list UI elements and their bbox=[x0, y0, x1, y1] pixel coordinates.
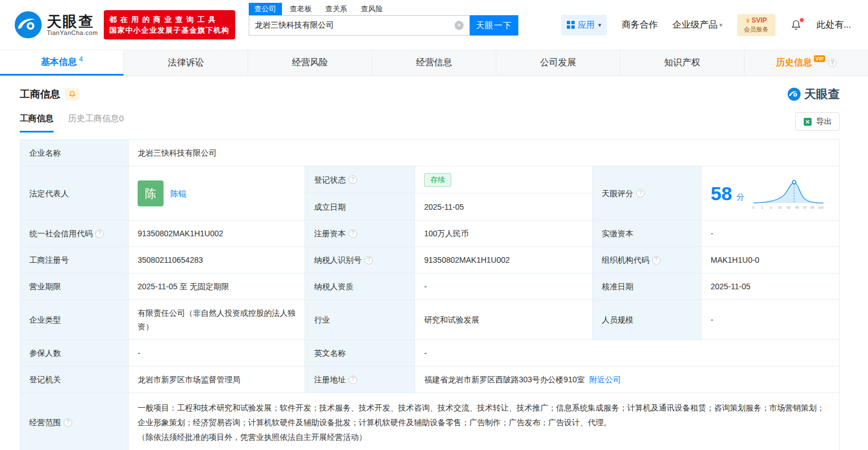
help-icon[interactable]: ? bbox=[636, 189, 645, 197]
subtab-history-business-info[interactable]: 历史工商信息0 bbox=[68, 113, 124, 133]
reg-capital-label: 注册资本 ? bbox=[305, 220, 415, 247]
company-type-value: 有限责任公司（非自然人投资或控股的法人独资） bbox=[129, 300, 305, 340]
legal-rep-link[interactable]: 陈锟 bbox=[170, 187, 186, 200]
chevron-down-icon: ▾ bbox=[598, 21, 602, 29]
help-icon[interactable]: ? bbox=[95, 230, 104, 238]
nearby-companies-link[interactable]: 附近公司 bbox=[589, 373, 621, 386]
promo-banner: 都在用的商业查询工具 国家中小企业发展子基金旗下机构 bbox=[104, 10, 235, 39]
business-scope-text: 一般项目：工程和技术研究和试验发展；软件开发；技术服务、技术开发、技术咨询、技术… bbox=[138, 400, 830, 430]
industry-value: 研究和试验发展 bbox=[415, 300, 593, 340]
tab-label: 历史信息 bbox=[776, 57, 812, 69]
svg-text:97: 97 bbox=[803, 206, 807, 209]
help-icon[interactable]: ? bbox=[349, 376, 357, 384]
brand-name: 天眼查 bbox=[47, 14, 98, 29]
apps-menu[interactable]: 应用 ▾ bbox=[561, 15, 607, 36]
notifications-bell[interactable] bbox=[790, 19, 802, 31]
score-unit: 分 bbox=[737, 190, 744, 204]
help-icon[interactable]: ? bbox=[364, 256, 373, 264]
search-button[interactable]: 天眼一下 bbox=[470, 15, 518, 36]
subtabs-row: 工商信息 历史工商信息0 导出 bbox=[20, 111, 840, 133]
table-row: 营业期限 2025-11-05 至 无固定期限 纳税人资质 - 核准日期 202… bbox=[20, 273, 840, 300]
tianyancha-logo[interactable]: 天眼查 TianYanCha.com bbox=[14, 11, 98, 39]
export-button[interactable]: 导出 bbox=[795, 112, 840, 131]
reg-number-value: 350802110654283 bbox=[129, 247, 305, 273]
search-input-value: 龙岩三快科技有限公司 bbox=[255, 20, 455, 30]
tab-label: 法律诉讼 bbox=[168, 57, 204, 69]
tab-label: 公司发展 bbox=[540, 57, 576, 69]
help-icon[interactable]: ? bbox=[652, 256, 660, 264]
status-badge: 存续 bbox=[424, 173, 451, 187]
tab-intellectual-property[interactable]: 知识产权 bbox=[620, 50, 744, 76]
nav-business-cooperation[interactable]: 商务合作 bbox=[622, 19, 658, 31]
tab-operation-info[interactable]: 经营信息 bbox=[372, 50, 496, 76]
section-header: 工商信息 天眼查 bbox=[20, 85, 840, 103]
search-area: 查公司 查老板 查关系 查风险 龙岩三快科技有限公司 ✕ 天眼一下 bbox=[249, 0, 518, 36]
svip-label: SVIP bbox=[751, 16, 766, 25]
export-button-label: 导出 bbox=[816, 117, 832, 127]
search-tab-boss[interactable]: 查老板 bbox=[284, 3, 318, 15]
brand-watermark-text: 天眼查 bbox=[804, 86, 840, 102]
search-tab-risk[interactable]: 查风险 bbox=[355, 3, 389, 15]
table-row: 经营范围 ? 一般项目：工程和技术研究和试验发展；软件开发；技术服务、技术开发、… bbox=[20, 393, 840, 450]
table-row: 登记机关 龙岩市新罗区市场监督管理局 注册地址 ? 福建省龙岩市新罗区西陂路30… bbox=[20, 367, 840, 393]
excel-export-icon bbox=[803, 117, 812, 126]
tab-basic-info[interactable]: 基本信息 4 bbox=[0, 50, 124, 76]
score-label: 天眼评分 ? bbox=[593, 166, 702, 220]
apps-grid-icon bbox=[567, 21, 575, 29]
reg-status-label: 登记状态 ? bbox=[305, 166, 415, 193]
search-input[interactable]: 龙岩三快科技有限公司 ✕ bbox=[249, 15, 470, 36]
svg-text:15: 15 bbox=[778, 206, 782, 209]
main-content: 工商信息 天眼查 工商信息 历史工商信息0 bbox=[0, 85, 868, 450]
clear-search-icon[interactable]: ✕ bbox=[455, 21, 464, 30]
reg-authority-value: 龙岩市新罗区市场监督管理局 bbox=[129, 367, 305, 393]
business-scope-value: 一般项目：工程和技术研究和试验发展；软件开发；技术服务、技术开发、技术咨询、技术… bbox=[129, 393, 840, 450]
credit-code-value: 91350802MAK1H1U002 bbox=[129, 220, 305, 247]
vip-badge: VIP bbox=[814, 55, 826, 62]
header-right-nav: 应用 ▾ 商务合作 企业级产品 ▾ ♛ SVIP 会员服务 bbox=[561, 14, 851, 36]
nav-enterprise-products[interactable]: 企业级产品 ▾ bbox=[672, 19, 722, 31]
company-nav-tabs: 基本信息 4 法律诉讼 经营风险 经营信息 公司发展 知识产权 历史信息 VIP… bbox=[0, 50, 868, 76]
score-value[interactable]: 58 分 0 1 3 15 50 85 97 99 bbox=[702, 166, 840, 220]
nav-more[interactable]: 此处有... bbox=[817, 19, 851, 31]
svip-membership-badge[interactable]: ♛ SVIP 会员服务 bbox=[737, 14, 776, 36]
svip-sublabel: 会员服务 bbox=[744, 25, 769, 34]
taxpayer-quality-label: 纳税人资质 bbox=[305, 273, 415, 300]
table-row: 工商注册号 350802110654283 纳税人识别号 ? 91350802M… bbox=[20, 247, 840, 273]
taxpayer-id-label: 纳税人识别号 ? bbox=[305, 247, 415, 273]
svg-text:3: 3 bbox=[770, 206, 772, 209]
taxpayer-quality-value: - bbox=[415, 273, 593, 300]
legal-rep-avatar[interactable]: 陈 bbox=[138, 180, 164, 206]
tab-company-development[interactable]: 公司发展 bbox=[496, 50, 620, 76]
help-icon[interactable]: ? bbox=[349, 230, 357, 238]
english-name-value: - bbox=[415, 340, 840, 367]
section-title: 工商信息 bbox=[20, 87, 60, 101]
establish-date-label: 成立日期 bbox=[305, 193, 415, 220]
company-type-label: 企业类型 bbox=[20, 300, 129, 340]
tab-history-info[interactable]: 历史信息 VIP ? bbox=[744, 50, 868, 76]
subtab-business-info[interactable]: 工商信息 bbox=[20, 113, 54, 133]
approval-date-label: 核准日期 bbox=[593, 273, 702, 300]
search-tab-company[interactable]: 查公司 bbox=[249, 3, 282, 15]
chevron-down-icon: ▾ bbox=[719, 21, 722, 29]
business-term-label: 营业期限 bbox=[20, 273, 129, 300]
top-header: 天眼查 TianYanCha.com 都在用的商业查询工具 国家中小企业发展子基… bbox=[0, 0, 868, 50]
legal-rep-label: 法定代表人 bbox=[20, 166, 129, 220]
search-tab-relation[interactable]: 查关系 bbox=[320, 3, 353, 15]
apps-menu-label: 应用 bbox=[578, 20, 595, 30]
company-name-label: 企业名称 bbox=[20, 140, 129, 166]
brand-watermark: 天眼查 bbox=[787, 86, 840, 102]
help-icon[interactable]: ? bbox=[349, 175, 357, 184]
tab-label: 经营信息 bbox=[416, 57, 452, 69]
help-icon[interactable]: ? bbox=[64, 418, 72, 427]
tab-operation-risk[interactable]: 经营风险 bbox=[248, 50, 372, 76]
reg-status-value: 存续 bbox=[415, 166, 593, 193]
tab-legal-proceedings[interactable]: 法律诉讼 bbox=[124, 50, 248, 76]
tianyancha-logo-icon bbox=[14, 11, 42, 39]
business-term-value: 2025-11-05 至 无固定期限 bbox=[129, 273, 305, 300]
score-distribution-chart: 0 1 3 15 50 85 97 99 100 bbox=[751, 177, 827, 210]
business-info-table: 企业名称 龙岩三快科技有限公司 法定代表人 陈 陈锟 登记状态 ? 存续 成立日… bbox=[20, 139, 840, 450]
subscribe-bell-button[interactable] bbox=[65, 88, 80, 100]
reg-authority-label: 登记机关 bbox=[20, 367, 129, 393]
org-code-value: MAK1H1U0-0 bbox=[702, 247, 840, 273]
help-icon[interactable]: ? bbox=[828, 59, 836, 67]
